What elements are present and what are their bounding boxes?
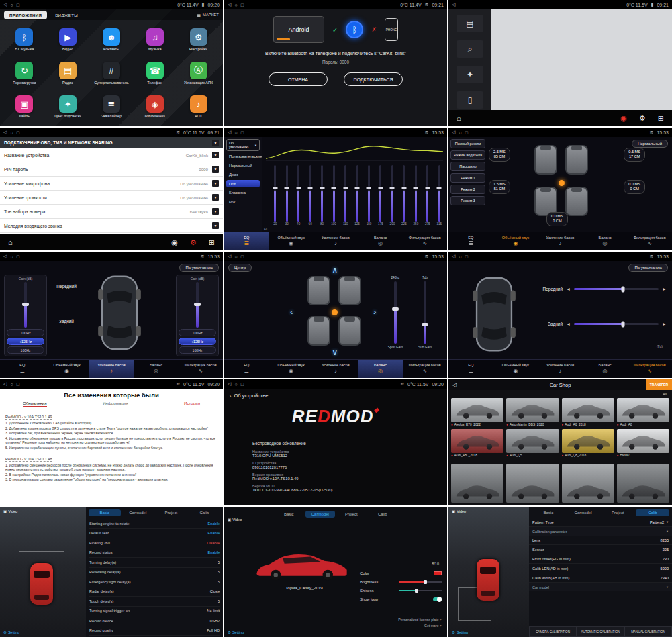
preset-item[interactable]: Джаз <box>226 171 260 179</box>
freq-option-selected[interactable]: +125Hz <box>7 338 44 345</box>
preset-item[interactable]: Классика <box>226 189 260 197</box>
tab-eq[interactable]: EQ☰ <box>0 360 44 378</box>
recents-icon[interactable]: □ <box>241 3 244 7</box>
settings-row[interactable]: Record quality Full HD <box>89 626 220 636</box>
recents-icon[interactable]: □ <box>465 254 468 259</box>
back-icon[interactable]: ◁ <box>452 130 455 135</box>
home-circle-icon[interactable]: ○ <box>10 254 13 259</box>
tab-surround[interactable]: Объёмный звук◉ <box>269 360 313 378</box>
tab-surround[interactable]: Объёмный звук◉ <box>493 232 538 250</box>
eq-band-track[interactable] <box>368 165 370 222</box>
settings-row[interactable]: PIN пароль 0000 ▼ <box>0 162 223 177</box>
android-nav-icons[interactable]: ◁ ○ □ <box>228 381 244 387</box>
tab-calib[interactable]: Calib <box>368 511 398 518</box>
car-thumbnail[interactable] <box>562 464 614 503</box>
back-icon[interactable]: ◁ <box>228 254 231 259</box>
android-nav-icons[interactable]: ◁ ○ □ <box>3 254 19 259</box>
eq-band-track[interactable] <box>344 165 346 222</box>
eq-band-track[interactable] <box>403 165 405 222</box>
mode-button[interactable]: Режим 2 <box>450 185 485 194</box>
tab-eq[interactable]: EQ☰ <box>448 232 493 250</box>
home-circle-icon[interactable]: ○ <box>10 382 13 387</box>
tab-bass-boost[interactable]: Усиление басов♪ <box>538 360 583 378</box>
setting-value[interactable]: Enable <box>208 550 220 554</box>
manual-calibration-button[interactable]: MANUAL CALIBRATION <box>624 626 672 637</box>
eq-band-track[interactable] <box>426 165 428 222</box>
freq-option-selected[interactable]: +125Hz <box>179 338 216 345</box>
eq-band-track[interactable] <box>274 165 276 222</box>
tab-bass-boost[interactable]: Усиление басов♪ <box>314 360 358 378</box>
eq-band-knob[interactable] <box>367 187 371 189</box>
tab-surround[interactable]: Объёмный звук◉ <box>44 360 89 378</box>
recents-icon[interactable]: □ <box>241 254 244 259</box>
settings-row[interactable]: Record status Enable <box>89 548 220 558</box>
freq-option[interactable]: 160Hz <box>179 346 216 354</box>
home-circle-icon[interactable]: ○ <box>459 254 461 259</box>
eq-band-knob[interactable] <box>308 187 313 189</box>
home-circle-icon[interactable]: ○ <box>10 3 13 7</box>
recents-icon[interactable]: □ <box>17 130 19 135</box>
android-nav-icons[interactable]: ◁ ○ □ <box>228 2 244 7</box>
chevron-down-icon[interactable]: ▼ <box>212 140 219 146</box>
car-card[interactable]: ● BMW7 <box>617 429 669 457</box>
eq-band-track[interactable] <box>333 165 335 222</box>
eq-band-track[interactable] <box>321 165 323 222</box>
back-icon[interactable]: ◁ <box>228 381 231 387</box>
home-icon[interactable]: ⌂ <box>457 114 461 122</box>
listening-point[interactable] <box>559 180 565 186</box>
car-card[interactable]: ● Audi_Q5 <box>506 429 559 457</box>
recents-icon[interactable]: □ <box>241 382 244 387</box>
tab-updates[interactable]: Обновления <box>23 401 47 407</box>
calib-row[interactable]: Front offset(EG in mm) 230 <box>529 554 672 564</box>
recents-icon[interactable]: □ <box>17 254 19 259</box>
preset-button[interactable]: Нормальный <box>632 140 668 148</box>
setting-value[interactable]: 5 <box>218 599 220 603</box>
settings-row[interactable]: Усиление микрофона По умолчанию ▼ <box>0 177 223 191</box>
app-shortcut[interactable]: Ⓐ Установщик АПК <box>177 62 220 85</box>
settings-row[interactable]: Тон набора номера Без звука ▼ <box>0 205 223 219</box>
app-shortcut[interactable]: ⚙ Настройки <box>177 28 220 51</box>
tab-bass-boost[interactable]: Усиление басов♪ <box>538 232 583 250</box>
tab-carmodel[interactable]: Carmodel <box>122 509 154 516</box>
android-nav-icons[interactable]: ◁ ○ □ <box>228 254 244 259</box>
settings-row[interactable]: Floating 360 Disable <box>89 538 220 548</box>
connect-button[interactable]: ПОДКЛЮЧИТЬСЯ <box>344 72 403 86</box>
chevron-left-icon[interactable]: ‹ <box>290 307 293 317</box>
tab-eq[interactable]: EQ☰ <box>224 232 269 250</box>
clean-tool-button[interactable]: ✦ <box>457 66 483 83</box>
settings-row[interactable]: Мелодия входящего звонка ▼ <box>0 219 223 233</box>
pattern-type-row[interactable]: Pattern Type Pattern2▼ <box>529 518 672 527</box>
eq-band-track[interactable] <box>415 165 417 222</box>
gear-icon[interactable]: ⚙ <box>190 238 197 247</box>
android-nav-icons[interactable]: ◁ ○ □ <box>3 381 19 387</box>
tab-balance[interactable]: Баланс◎ <box>134 360 178 378</box>
tab-basic[interactable]: Basic <box>274 511 304 518</box>
app-shortcut[interactable]: ▣ Файлы <box>3 95 46 118</box>
car-model-section[interactable]: Car model ▼ <box>529 583 672 591</box>
app-shortcut[interactable]: ↻ Перезагрузка <box>3 62 46 85</box>
setting-value[interactable]: Disable <box>207 541 220 545</box>
settings-row[interactable]: Touch delay(s) 5 <box>89 597 220 607</box>
preset-item[interactable]: Нормальный <box>226 162 260 169</box>
android-nav-icons[interactable]: ◁ ○ □ <box>452 254 468 259</box>
app-shortcut[interactable]: ♪ AUX <box>177 95 220 118</box>
hotspot-icon[interactable]: ◉ <box>620 114 627 123</box>
chevron-down-icon[interactable]: ∨ <box>332 347 338 357</box>
slider-knob[interactable] <box>622 286 625 292</box>
eq-band-knob[interactable] <box>390 187 395 189</box>
freq-option[interactable]: 100Hz <box>7 329 44 336</box>
tab-calib[interactable]: Calib <box>189 509 221 516</box>
tab-eq[interactable]: EQ☰ <box>448 360 493 378</box>
eq-band-track[interactable] <box>297 165 299 222</box>
pip-icon[interactable]: ⊞ <box>658 114 664 123</box>
calib-row[interactable]: Calib width(AB in mm) 2340 <box>529 573 672 583</box>
eq-band-track[interactable] <box>309 165 311 222</box>
settings-row[interactable]: Усиление громкости По умолчанию ▼ <box>0 191 223 205</box>
search-tool-button[interactable]: ⌕ <box>457 40 483 58</box>
chevron-down-icon[interactable]: ▼ <box>212 194 219 201</box>
back-icon[interactable]: ◁ <box>3 254 7 259</box>
home-circle-icon[interactable]: ○ <box>459 130 461 135</box>
android-nav-icons[interactable]: ◁ ○ □ <box>452 130 468 135</box>
eq-band-knob[interactable] <box>401 187 406 189</box>
tab-widgets[interactable]: ВИДЖЕТЫ <box>50 11 83 19</box>
